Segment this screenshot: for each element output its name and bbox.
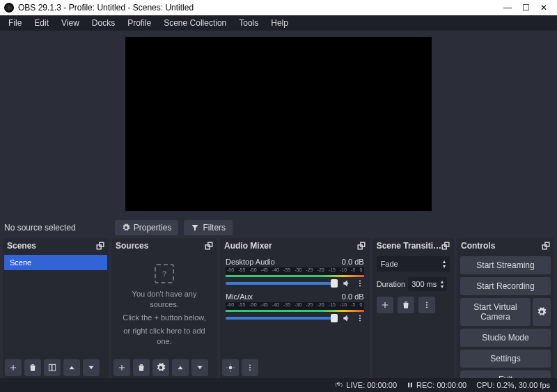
mixer-body: Desktop Audio 0.0 dB -60-55-50-45-40-35-… [220, 253, 370, 357]
popout-icon[interactable] [542, 242, 550, 250]
speaker-icon[interactable] [342, 313, 352, 323]
menu-docks[interactable]: Docks [86, 17, 120, 29]
menu-help[interactable]: Help [265, 17, 294, 29]
svg-point-12 [359, 317, 361, 319]
status-cpu: CPU: 0.2%, 30.00 fps [476, 381, 550, 389]
sources-empty-line3: or right click here to add one. [117, 326, 212, 347]
gear-icon [122, 224, 130, 232]
kebab-icon[interactable] [356, 279, 364, 288]
settings-button[interactable]: Settings [460, 350, 551, 368]
start-virtual-camera-button[interactable]: Start Virtual Camera [460, 298, 531, 326]
svg-point-9 [359, 283, 361, 284]
audio-mixer-dock: Audio Mixer Desktop Audio 0.0 dB -60-55-… [220, 238, 370, 378]
transition-menu-button[interactable] [418, 297, 435, 313]
svg-point-15 [249, 367, 251, 368]
scene-item[interactable]: Scene [4, 255, 107, 270]
no-source-label: No source selected [4, 223, 76, 233]
scenes-list[interactable]: Scene [3, 253, 109, 357]
popout-icon[interactable] [96, 242, 104, 250]
menu-tools[interactable]: Tools [233, 17, 264, 29]
menu-profile[interactable]: Profile [122, 17, 157, 29]
sources-footer [111, 357, 217, 378]
mixer-channel-name: Desktop Audio [226, 258, 275, 266]
transitions-header: Scene Transiti… [372, 238, 454, 253]
mixer-channel-mic: Mic/Aux 0.0 dB -60-55-50-45-40-35-30-25-… [221, 290, 368, 324]
mixer-channel-name: Mic/Aux [226, 292, 253, 301]
exit-button[interactable]: Exit [460, 370, 551, 378]
scene-down-button[interactable] [83, 359, 100, 376]
studio-mode-button[interactable]: Studio Mode [460, 329, 551, 347]
pause-icon [407, 382, 414, 389]
controls-header: Controls [457, 238, 554, 253]
popout-icon[interactable] [205, 242, 213, 250]
sources-dock: Sources ? You don't have any sources. Cl… [111, 238, 217, 378]
broadcast-icon [335, 381, 343, 389]
audio-meter: -60-55-50-45-40-35-30-25-20-15-10-50 [226, 267, 364, 277]
duration-input[interactable]: 300 ms ▴▾ [408, 277, 447, 291]
menu-file[interactable]: File [3, 17, 27, 29]
svg-point-20 [426, 304, 427, 306]
menu-edit[interactable]: Edit [29, 17, 54, 29]
svg-point-14 [249, 365, 251, 366]
svg-point-16 [249, 370, 251, 371]
svg-point-11 [359, 315, 361, 317]
controls-dock: Controls Start Streaming Start Recording… [457, 238, 554, 378]
source-down-button[interactable] [191, 359, 208, 376]
menu-scene-collection[interactable]: Scene Collection [158, 17, 232, 29]
speaker-icon[interactable] [342, 279, 352, 288]
add-source-button[interactable] [113, 359, 130, 376]
add-scene-button[interactable] [5, 359, 22, 376]
scene-up-button[interactable] [63, 359, 80, 376]
source-up-button[interactable] [172, 359, 189, 376]
source-properties-button[interactable] [152, 359, 169, 376]
properties-label: Properties [134, 223, 172, 233]
transitions-body: Fade ▴▾ Duration 300 ms ▴▾ [372, 253, 454, 378]
remove-transition-button[interactable] [398, 297, 414, 313]
sources-empty-line2: Click the + button below, [123, 313, 206, 323]
start-streaming-button[interactable]: Start Streaming [460, 256, 551, 274]
controls-title: Controls [461, 241, 495, 251]
virtual-camera-settings-button[interactable] [533, 298, 551, 326]
kebab-icon[interactable] [356, 313, 364, 323]
remove-source-button[interactable] [133, 359, 150, 376]
close-button[interactable]: ✕ [535, 3, 553, 13]
status-rec-text: REC: 00:00:00 [416, 381, 466, 389]
sources-title: Sources [116, 241, 148, 251]
transition-current: Fade [381, 260, 398, 268]
popout-icon[interactable] [357, 242, 366, 250]
properties-button[interactable]: Properties [115, 220, 179, 235]
preview-area [0, 31, 557, 217]
add-transition-button[interactable] [377, 297, 393, 313]
sources-header: Sources [111, 238, 217, 253]
svg-point-8 [359, 281, 361, 282]
sources-empty-state: ? You don't have any sources. Click the … [113, 255, 216, 356]
scenes-footer [3, 357, 109, 378]
svg-rect-24 [408, 383, 409, 388]
volume-slider[interactable] [226, 282, 338, 285]
start-recording-button[interactable]: Start Recording [460, 277, 551, 295]
popout-icon[interactable] [441, 242, 450, 250]
minimize-button[interactable]: — [499, 3, 517, 13]
advanced-audio-button[interactable] [222, 359, 239, 376]
status-rec: REC: 00:00:00 [407, 381, 466, 389]
transition-select[interactable]: Fade ▴▾ [377, 256, 450, 272]
remove-scene-button[interactable] [24, 359, 41, 376]
updown-icon: ▴▾ [443, 259, 446, 269]
mixer-footer [220, 357, 370, 378]
mixer-menu-button[interactable] [242, 359, 258, 376]
mixer-header: Audio Mixer [220, 238, 370, 253]
transitions-title: Scene Transiti… [377, 241, 441, 251]
filters-button[interactable]: Filters [184, 220, 233, 235]
preview-canvas[interactable] [125, 37, 432, 211]
source-toolbar: No source selected Properties Filters [0, 217, 557, 238]
scene-filter-button[interactable] [44, 359, 61, 376]
svg-point-21 [426, 307, 427, 308]
sources-list[interactable]: ? You don't have any sources. Click the … [111, 253, 217, 357]
menu-view[interactable]: View [56, 17, 85, 29]
mixer-channel-level: 0.0 dB [342, 292, 364, 301]
obs-logo-icon [4, 3, 14, 13]
maximize-button[interactable]: ☐ [517, 3, 535, 13]
svg-point-19 [426, 302, 427, 304]
volume-slider[interactable] [226, 317, 338, 320]
docks-row: Scenes Scene Sources ? You don't have an… [0, 238, 557, 378]
